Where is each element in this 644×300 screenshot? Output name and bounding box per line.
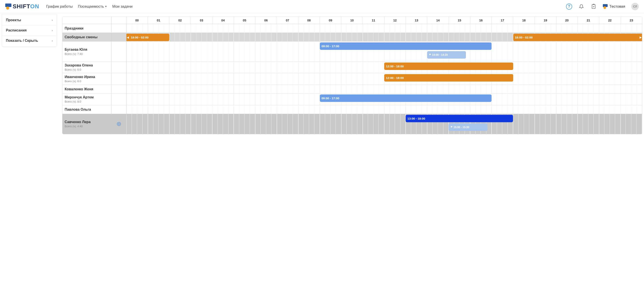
app-header: SHIFTON График работы Посещаемость ▼ Мои…: [0, 0, 644, 13]
employee-row: Мирончук АртемВсего (ч): 8:009:00 - 17:0…: [62, 94, 642, 105]
hour-cell: 21: [578, 17, 599, 24]
employee-row: Савченко ЛераВсего (ч): 4:4013:00 - 18:0…: [62, 114, 642, 134]
hours-header: 0001020304050607080910111213141516171819…: [62, 17, 642, 24]
sidebar: Проекты › Расписания › Показать / Скрыть…: [2, 14, 57, 47]
employee-total: Всего (ч): 4:40: [64, 125, 109, 128]
cup-icon: [450, 126, 452, 129]
add-shift-icon[interactable]: [117, 122, 121, 126]
sidebar-item-label: Проекты: [6, 18, 21, 22]
employee-name: Иванченко Ирина: [64, 75, 109, 79]
employee-total: Всего (ч): 6:0: [64, 80, 109, 83]
arrow-left-icon: ◀: [127, 36, 129, 39]
employee-total: Всего (ч): 7:40: [64, 52, 109, 56]
shift-bar[interactable]: 12:00 - 18:00: [384, 63, 513, 70]
chevron-right-icon: ›: [52, 18, 53, 22]
hour-cell: 12: [384, 17, 406, 24]
employee-name: Савченко Лера: [64, 120, 109, 124]
hour-cell: 02: [169, 17, 191, 24]
employee-name: Мирончук Артем: [64, 95, 109, 99]
employee-row: Иванченко ИринаВсего (ч): 6:012:00 - 18:…: [62, 73, 642, 85]
chevron-right-icon: ›: [52, 29, 53, 32]
hour-cell: 10: [341, 17, 363, 24]
hour-cell: 14: [427, 17, 449, 24]
hour-cell: 17: [492, 17, 513, 24]
cup-icon: [428, 53, 431, 56]
nav-attendance[interactable]: Посещаемость ▼: [78, 4, 107, 9]
break-bar[interactable]: 14:00 - 14:20: [427, 51, 466, 59]
hour-cell: 22: [599, 17, 621, 24]
shift-bar[interactable]: 09:00 - 17:00: [320, 42, 492, 50]
nav-attendance-label: Посещаемость: [78, 4, 104, 9]
open-shift-bar[interactable]: 18:00 - 02:00▶: [513, 34, 642, 41]
main-nav: График работы Посещаемость ▼ Мои задачи: [46, 4, 132, 9]
user-avatar[interactable]: СЛ: [631, 3, 639, 10]
hour-cell: 06: [256, 17, 277, 24]
logo-text-on: ON: [30, 3, 39, 10]
hour-cell: 07: [277, 17, 298, 24]
sidebar-item-label: Показать / Скрыть: [6, 39, 38, 43]
hour-cell: 20: [556, 17, 578, 24]
employee-total: Всего (ч): 6:0: [64, 68, 109, 71]
employee-total: Всего (ч): 8:0: [64, 100, 109, 103]
chevron-down-icon: ▼: [105, 5, 107, 8]
hour-cell: 09: [320, 17, 341, 24]
employee-name: Бугаева Юля: [64, 48, 109, 52]
org-switcher[interactable]: Тестовая: [603, 4, 625, 9]
hour-cell: 05: [234, 17, 256, 24]
break-bar[interactable]: 15:00 - 15:20: [448, 124, 488, 131]
shift-bar[interactable]: 09:00 - 17:00: [320, 94, 492, 102]
open-shift-bar[interactable]: ◀18:00 - 02:00: [126, 34, 169, 41]
shift-bar[interactable]: 12:00 - 18:00: [384, 74, 513, 82]
hour-cell: 01: [148, 17, 169, 24]
row-open-shifts: Свободные смены ◀18:00 - 02:0018:00 - 02…: [62, 33, 642, 41]
hour-cell: 18: [513, 17, 535, 24]
hour-cell: 03: [191, 17, 212, 24]
employee-row: Коваленко Женя: [62, 85, 642, 94]
clipboard-icon[interactable]: [590, 3, 597, 10]
employee-name: Захарова Олена: [64, 63, 109, 67]
sidebar-item-projects[interactable]: Проекты ›: [2, 15, 57, 25]
employee-name: Павлова Ольга: [64, 108, 109, 112]
hour-cell: 13: [406, 17, 427, 24]
row-holidays: Праздники: [62, 24, 642, 33]
employee-name: Коваленко Женя: [64, 87, 109, 91]
sidebar-item-label: Расписания: [6, 28, 27, 32]
header-right: ? Тестовая СЛ: [566, 3, 639, 10]
logo-text-shift: SHIFT: [13, 3, 30, 10]
help-icon[interactable]: ?: [566, 3, 572, 10]
row-open-shifts-label: Свободные смены: [64, 35, 109, 39]
employee-row: Бугаева ЮляВсего (ч): 7:4009:00 - 17:001…: [62, 41, 642, 62]
calendar-icon: [603, 4, 608, 9]
hour-cell: 08: [298, 17, 320, 24]
nav-tasks[interactable]: Мои задачи: [112, 4, 132, 9]
shift-bar[interactable]: 13:00 - 18:00: [406, 115, 513, 122]
employee-row: Павлова Ольга: [62, 105, 642, 114]
hour-cell: 19: [535, 17, 556, 24]
hour-cell: 00: [126, 17, 148, 24]
schedule-panel: 0001020304050607080910111213141516171819…: [57, 13, 644, 138]
row-holidays-label: Праздники: [64, 26, 109, 30]
chevron-right-icon: ›: [52, 39, 53, 42]
employee-row: Захарова ОленаВсего (ч): 6:012:00 - 18:0…: [62, 62, 642, 73]
sidebar-item-schedules[interactable]: Расписания ›: [2, 25, 57, 36]
app-logo[interactable]: SHIFTON: [5, 3, 39, 10]
arrow-right-icon: ▶: [640, 36, 642, 39]
sidebar-item-show-hide[interactable]: Показать / Скрыть ›: [2, 36, 57, 46]
org-name: Тестовая: [610, 4, 625, 9]
logo-icon: [5, 3, 12, 10]
hour-cell: 11: [363, 17, 384, 24]
hour-cell: 15: [449, 17, 470, 24]
hour-cell: 23: [621, 17, 642, 24]
bell-icon[interactable]: [578, 3, 584, 10]
nav-schedule[interactable]: График работы: [46, 4, 73, 9]
hour-cell: 16: [470, 17, 492, 24]
hour-cell: 04: [212, 17, 234, 24]
